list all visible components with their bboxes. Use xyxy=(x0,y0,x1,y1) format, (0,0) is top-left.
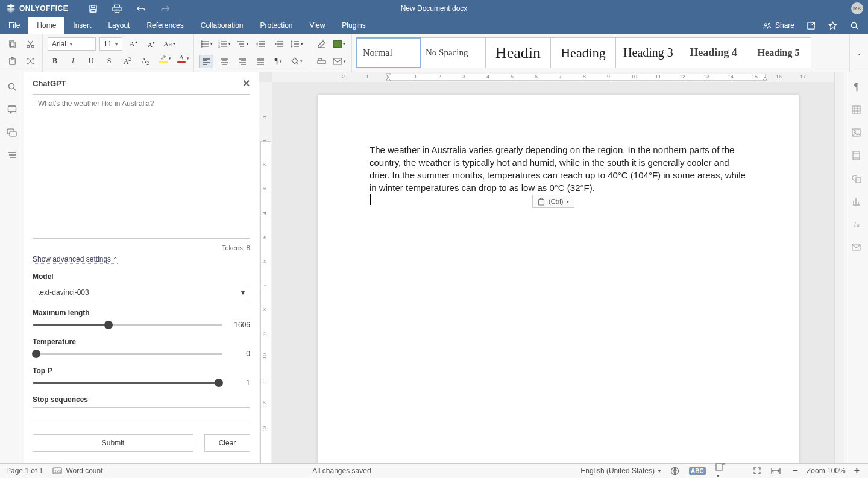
bullets-button[interactable]: ▾ xyxy=(199,37,213,51)
spellcheck-icon[interactable] xyxy=(670,467,679,476)
topp-slider[interactable] xyxy=(33,382,222,384)
style-heading2[interactable]: Heading xyxy=(551,37,616,68)
paste-options-button[interactable]: (Ctrl) ▾ xyxy=(532,195,574,208)
table-settings-icon[interactable] xyxy=(851,104,863,116)
align-center-button[interactable] xyxy=(217,55,231,68)
image-settings-icon[interactable] xyxy=(851,127,863,139)
model-select[interactable]: text-davinci-003 ▾ xyxy=(33,285,250,300)
header-footer-icon[interactable] xyxy=(851,149,863,162)
print-icon[interactable] xyxy=(112,3,122,14)
strikethrough-button[interactable]: S xyxy=(102,55,116,68)
italic-button[interactable]: I xyxy=(66,55,80,68)
page[interactable]: The weather in Australia varies greatly … xyxy=(318,95,799,463)
body-text[interactable]: The weather in Australia varies greatly … xyxy=(370,143,747,194)
align-justify-button[interactable] xyxy=(253,55,268,68)
font-family-combo[interactable]: Arial▼ xyxy=(48,37,96,51)
maxlen-slider[interactable] xyxy=(33,324,222,326)
highlight-color-button[interactable]: ▾ xyxy=(156,55,171,68)
multilevel-list-button[interactable]: ▾ xyxy=(235,37,250,51)
menu-layout[interactable]: Layout xyxy=(99,17,138,34)
menu-protection[interactable]: Protection xyxy=(252,17,301,34)
menu-file[interactable]: File xyxy=(0,17,28,34)
paste-button[interactable] xyxy=(5,55,19,68)
change-case-button[interactable]: Aa▾ xyxy=(162,37,177,51)
subscript-button[interactable]: A2 xyxy=(138,55,153,68)
fit-width-icon[interactable] xyxy=(771,467,781,474)
open-location-icon[interactable] xyxy=(805,20,816,31)
prompt-input[interactable] xyxy=(33,94,250,239)
align-left-button[interactable] xyxy=(199,55,213,68)
increase-indent-button[interactable] xyxy=(271,37,286,51)
insert-shape-color-button[interactable]: ▾ xyxy=(332,37,347,51)
comments-icon[interactable] xyxy=(6,104,18,116)
shape-settings-icon[interactable] xyxy=(851,172,863,184)
clear-button[interactable]: Clear xyxy=(204,434,250,452)
increase-font-button[interactable]: A▴ xyxy=(126,37,140,51)
superscript-button[interactable]: A2 xyxy=(120,55,134,68)
style-heading3[interactable]: Heading 3 xyxy=(616,37,681,68)
zoom-in-button[interactable]: + xyxy=(852,465,862,476)
spellcheck-toggle[interactable]: ABC xyxy=(689,467,706,475)
copy-button[interactable] xyxy=(5,37,19,51)
mailmerge-button[interactable]: ▾ xyxy=(332,55,347,68)
menu-references[interactable]: References xyxy=(138,17,192,34)
textart-settings-icon[interactable]: Ta xyxy=(851,218,863,230)
style-normal[interactable]: Normal xyxy=(356,37,421,68)
nonprinting-button[interactable]: ¶▾ xyxy=(271,55,286,68)
save-icon[interactable] xyxy=(87,3,98,14)
mail-settings-icon[interactable] xyxy=(851,241,863,253)
stop-input[interactable] xyxy=(33,407,250,423)
insert-field-button[interactable] xyxy=(314,55,329,68)
document-canvas[interactable]: The weather in Australia varies greatly … xyxy=(272,82,834,463)
first-line-indent-marker[interactable] xyxy=(385,72,392,82)
redo-icon[interactable] xyxy=(160,3,171,14)
style-heading5[interactable]: Heading 5 xyxy=(746,37,811,68)
right-indent-marker[interactable] xyxy=(762,72,768,82)
font-size-combo[interactable]: 11▼ xyxy=(99,37,122,51)
vertical-ruler[interactable]: 112345678910111213 xyxy=(259,82,272,463)
numbering-button[interactable]: 123▾ xyxy=(217,37,231,51)
share-button[interactable]: Share xyxy=(763,21,794,30)
word-count-button[interactable]: 123 Word count xyxy=(52,467,102,475)
style-no-spacing[interactable]: No Spacing xyxy=(421,37,486,68)
track-changes-icon[interactable]: ▾ xyxy=(715,462,725,478)
menu-insert[interactable]: Insert xyxy=(64,17,99,34)
chat-icon[interactable] xyxy=(6,127,18,139)
search-top-icon[interactable] xyxy=(849,20,860,31)
zoom-out-button[interactable]: − xyxy=(790,465,800,476)
decrease-indent-button[interactable] xyxy=(253,37,268,51)
clear-style-button[interactable] xyxy=(314,37,329,51)
paragraph-settings-icon[interactable]: ¶ xyxy=(851,81,863,93)
line-spacing-button[interactable]: ▾ xyxy=(289,37,304,51)
font-color-button[interactable]: A▾ xyxy=(174,55,189,68)
underline-button[interactable]: U xyxy=(84,55,98,68)
favorite-icon[interactable] xyxy=(827,20,838,31)
select-all-button[interactable] xyxy=(23,55,37,68)
page-indicator[interactable]: Page 1 of 1 xyxy=(6,467,43,475)
style-heading1[interactable]: Headin xyxy=(486,37,551,68)
bold-button[interactable]: B xyxy=(48,55,62,68)
menu-home[interactable]: Home xyxy=(28,17,64,34)
temperature-slider[interactable] xyxy=(33,353,222,355)
style-heading4[interactable]: Heading 4 xyxy=(681,37,746,68)
language-selector[interactable]: English (United States) ▾ xyxy=(580,467,661,475)
vertical-scrollbar[interactable] xyxy=(834,72,844,463)
styles-expand-button[interactable]: ⌄ xyxy=(850,34,868,72)
avatar[interactable]: MK xyxy=(851,2,863,14)
chart-settings-icon[interactable] xyxy=(851,195,863,207)
navigation-icon[interactable] xyxy=(6,149,18,162)
menu-plugins[interactable]: Plugins xyxy=(333,17,374,34)
menu-collaboration[interactable]: Collaboration xyxy=(192,17,252,34)
search-icon[interactable] xyxy=(6,81,18,93)
align-right-button[interactable] xyxy=(235,55,250,68)
submit-button[interactable]: Submit xyxy=(33,434,193,452)
undo-icon[interactable] xyxy=(136,3,146,14)
decrease-font-button[interactable]: A▾ xyxy=(144,37,159,51)
menu-view[interactable]: View xyxy=(301,17,334,34)
horizontal-ruler[interactable]: 211234567891011121314151617 xyxy=(272,72,834,82)
cut-button[interactable] xyxy=(23,37,37,51)
shading-button[interactable]: ▾ xyxy=(289,55,304,68)
close-panel-button[interactable]: ✕ xyxy=(242,78,250,89)
zoom-level[interactable]: Zoom 100% xyxy=(807,467,846,475)
fit-page-icon[interactable] xyxy=(753,467,761,475)
